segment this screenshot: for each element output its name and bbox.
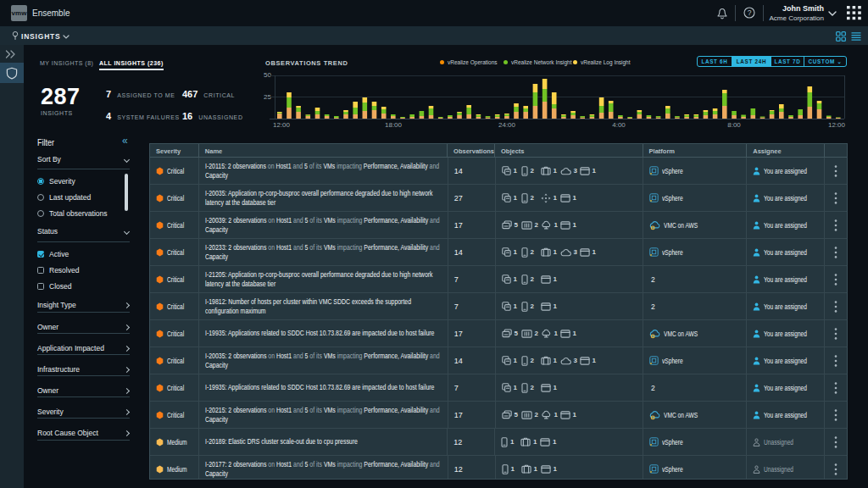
svg-text:?: ?: [748, 8, 752, 17]
